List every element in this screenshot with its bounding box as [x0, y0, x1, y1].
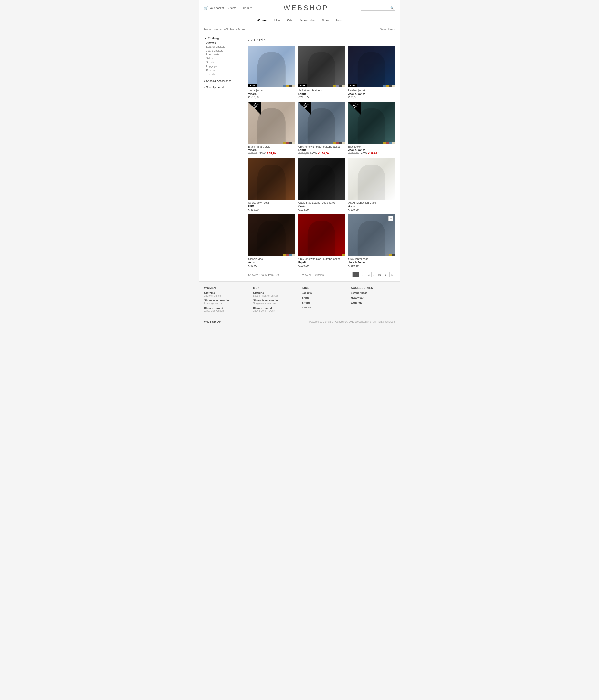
footer-link-main[interactable]: Shop by brand: [253, 306, 297, 309]
color-swatch[interactable]: [386, 254, 389, 256]
color-swatch[interactable]: [392, 142, 395, 144]
product-card[interactable]: Classic Mac Asos € 99,99: [248, 215, 295, 267]
product-card[interactable]: ☆ Grey winter coat Jack & Jones € 289,59: [348, 215, 395, 267]
nav-item-women[interactable]: Women: [257, 18, 268, 23]
sidebar-item-leggings[interactable]: Leggings: [206, 65, 217, 68]
sidebar-item-skirts[interactable]: Skirts: [206, 57, 213, 60]
product-card[interactable]: Grey long with black buttons jacket Espr…: [298, 215, 345, 267]
footer-link-main[interactable]: Leather bags: [351, 291, 395, 294]
page-1-button[interactable]: 1: [353, 272, 359, 277]
sign-in-link[interactable]: Sign in: [241, 6, 249, 9]
page-10-button[interactable]: 10: [377, 272, 382, 277]
footer-link-sub[interactable]: Zara, Dior, Gucci ▸: [204, 309, 248, 312]
sidebar-shoes-toggle[interactable]: › Shoes & Accessories: [204, 79, 243, 82]
footer-link-sub[interactable]: Sunglasses, scarfs ▸: [253, 302, 297, 305]
color-swatch[interactable]: [286, 254, 289, 256]
nav-item-accessories[interactable]: Accessories: [299, 18, 316, 23]
color-swatch[interactable]: [333, 142, 336, 144]
footer-link-main[interactable]: Earnings: [351, 301, 395, 304]
color-swatch[interactable]: [292, 85, 295, 88]
footer-link-sub[interactable]: Jackets, skirts ▸: [204, 294, 248, 297]
nav-item-new[interactable]: New: [336, 18, 342, 23]
sidebar-item-jackets[interactable]: Jackets: [206, 41, 216, 44]
color-swatch[interactable]: [389, 85, 392, 88]
color-swatch[interactable]: [292, 142, 295, 144]
sidebar-item-tshirts[interactable]: T-shirts: [206, 73, 215, 75]
footer-link-main[interactable]: Clothing: [253, 291, 297, 294]
color-swatch[interactable]: [392, 85, 395, 88]
color-swatch[interactable]: [342, 254, 345, 256]
footer-link-main[interactable]: Clothing: [204, 291, 248, 294]
footer-link-main[interactable]: Shorts: [302, 301, 346, 304]
nav-item-kids[interactable]: Kids: [287, 18, 293, 23]
sidebar-clothing-toggle[interactable]: ▼ Clothing: [204, 37, 243, 40]
page-2-button[interactable]: 2: [360, 272, 365, 277]
sidebar-brand-toggle[interactable]: › Shop by brand: [204, 86, 243, 89]
color-swatch[interactable]: [386, 85, 389, 88]
color-swatch[interactable]: [292, 254, 295, 256]
prev-page-button[interactable]: ‹: [347, 272, 352, 277]
color-swatch[interactable]: [289, 142, 292, 144]
color-swatch[interactable]: [383, 142, 386, 144]
color-swatch[interactable]: [286, 142, 289, 144]
last-page-button[interactable]: »: [390, 272, 395, 277]
color-swatch[interactable]: [383, 85, 386, 88]
footer-link-sub[interactable]: Earnings, caps ▸: [204, 302, 248, 305]
color-swatch[interactable]: [392, 254, 395, 256]
breadcrumb-women[interactable]: Women: [214, 28, 223, 31]
product-card[interactable]: Oasis Stud Leather Look Jacket Oasis € 1…: [298, 158, 345, 211]
product-card[interactable]: NEW Leather jacket Jack & Jones € 95,95: [348, 46, 395, 99]
color-swatch[interactable]: [336, 85, 339, 88]
color-swatch[interactable]: [283, 142, 286, 144]
product-card[interactable]: NEW Jeans jacket Viparo € 500,00: [248, 46, 295, 99]
product-card[interactable]: Sporty down coat EDC € 399,00: [248, 158, 295, 211]
color-swatch[interactable]: [339, 142, 342, 144]
color-swatch[interactable]: [339, 85, 342, 88]
footer-link-main[interactable]: Shop by brand: [204, 306, 248, 309]
product-card[interactable]: ONSALE Grey long with black buttons jack…: [298, 102, 345, 155]
footer-link-main[interactable]: Shoes & accesories: [204, 299, 248, 302]
color-swatch[interactable]: [283, 254, 286, 256]
footer-link-main[interactable]: T-shirts: [302, 306, 346, 309]
color-swatch[interactable]: [389, 142, 392, 144]
search-button[interactable]: 🔍: [390, 6, 394, 9]
sidebar-section-clothing: ▼ Clothing Jackets Leather Jackets Jeans…: [204, 37, 243, 76]
footer-link-main[interactable]: Shoes & accesories: [253, 299, 297, 302]
color-swatch[interactable]: [289, 85, 292, 88]
footer-link-main[interactable]: Headwear: [351, 296, 395, 299]
color-swatch[interactable]: [336, 142, 339, 144]
color-swatch[interactable]: [283, 85, 286, 88]
saved-items-link[interactable]: Saved items: [380, 28, 395, 31]
product-card[interactable]: ONSALE Black military style Viparo: [248, 102, 295, 155]
footer-link-main[interactable]: Jackets: [302, 291, 346, 294]
sidebar-item-leather-jackets[interactable]: Leather Jackets: [206, 45, 225, 48]
product-card[interactable]: ASOS Mongolian Cape Asos € 109,99: [348, 158, 395, 211]
color-swatch[interactable]: [286, 85, 289, 88]
color-swatch[interactable]: [342, 142, 345, 144]
nav-item-men[interactable]: Men: [274, 18, 280, 23]
site-logo[interactable]: WEBSHOP: [252, 4, 360, 12]
sidebar-item-shorts[interactable]: Shorts: [206, 61, 214, 64]
breadcrumb-home[interactable]: Home: [204, 28, 211, 31]
color-swatch[interactable]: [386, 142, 389, 144]
nav-item-sales[interactable]: Sales: [322, 18, 329, 23]
sidebar-item-long-coats[interactable]: Long coats: [206, 53, 219, 56]
sidebar-item-jeans-jackets[interactable]: Jeans Jackets: [206, 49, 223, 52]
color-swatch[interactable]: [333, 85, 336, 88]
product-card[interactable]: NEW Jacket with feathers Esprit € 211,95: [298, 46, 345, 99]
breadcrumb-clothing[interactable]: Clothing: [225, 28, 235, 31]
sidebar-item-blazers[interactable]: Blazers: [206, 69, 215, 72]
color-swatch[interactable]: [342, 85, 345, 88]
color-swatch[interactable]: [389, 254, 392, 256]
save-to-wishlist-button[interactable]: ☆: [389, 216, 393, 221]
color-swatch[interactable]: [289, 254, 292, 256]
search-input[interactable]: [360, 5, 395, 10]
footer-link-sub[interactable]: Leather jackets, skirts ▸: [253, 294, 297, 297]
product-card[interactable]: ONSALE Blue jacket Jack & Jones: [348, 102, 395, 155]
footer-link-main[interactable]: Skirts: [302, 296, 346, 299]
view-all-link[interactable]: View all 120 items: [302, 273, 324, 276]
next-page-button[interactable]: ›: [383, 272, 389, 277]
page-3-button[interactable]: 3: [366, 272, 372, 277]
footer-link-sub[interactable]: Jack & Jones, Denim ▸: [253, 309, 297, 312]
list-item: Jackets: [206, 41, 243, 45]
